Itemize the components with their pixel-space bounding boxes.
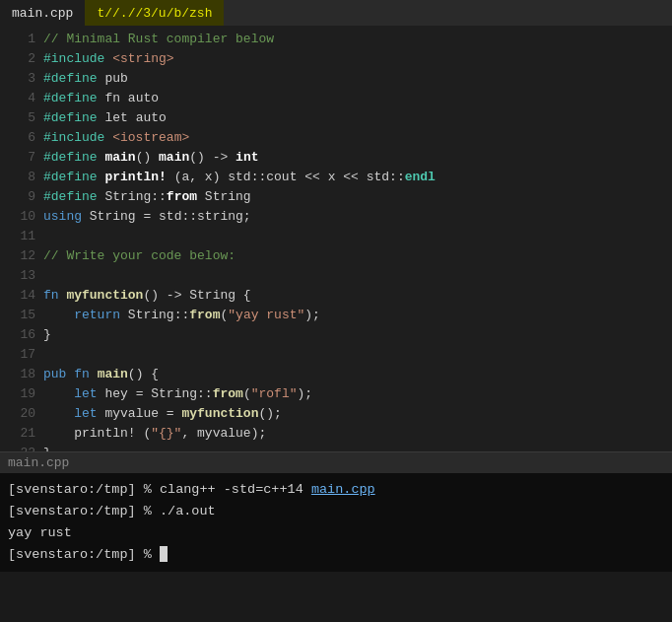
terminal-pane[interactable]: [svenstaro:/tmp] % clang++ -std=c++14 ma… [0,473,672,572]
line-number: 12 [8,246,35,266]
line-number: 5 [8,108,35,128]
tab-path-label: t//.//3/u/b/zsh [97,6,212,21]
terminal-line: [svenstaro:/tmp] % [8,544,664,566]
code-line: 12// Write your code below: [0,246,672,266]
line-number: 8 [8,168,35,187]
line-content: // Minimal Rust compiler below [43,30,274,49]
code-line: 8#define println! (a, x) std::cout << x … [0,168,672,187]
line-content: #define fn auto [43,89,159,108]
code-line: 4#define fn auto [0,89,672,108]
tab-bar: main.cpp t//.//3/u/b/zsh [0,0,672,26]
line-number: 22 [8,444,35,451]
code-line: 16} [0,325,672,345]
line-content: // Write your code below: [43,246,235,266]
code-line: 17 [0,345,672,365]
code-line: 3#define pub [0,69,672,89]
line-content: #include <iostream> [43,128,189,148]
code-line: 22} [0,444,672,451]
line-content: #include <string> [43,49,174,69]
line-number: 19 [8,384,35,404]
line-number: 9 [8,187,35,207]
line-content: let hey = String::from("rofl"); [43,384,312,404]
line-number: 18 [8,365,35,384]
terminal-line: [svenstaro:/tmp] % clang++ -std=c++14 ma… [8,479,664,501]
line-content: #define pub [43,69,128,89]
code-line: 2#include <string> [0,49,672,69]
code-line: 11 [0,227,672,246]
code-line: 18pub fn main() { [0,365,672,384]
line-content: let myvalue = myfunction(); [43,404,282,424]
line-content: #define String::from String [43,187,251,207]
line-number: 10 [8,207,35,227]
code-line: 21 println! ("{}", myvalue); [0,424,672,444]
status-filename: main.cpp [8,455,69,470]
line-number: 15 [8,306,35,325]
terminal-line: yay rust [8,522,664,544]
tab-file-label: main.cpp [12,6,73,21]
code-line: 7#define main() main() -> int [0,148,672,168]
tab-path[interactable]: t//.//3/u/b/zsh [85,0,224,26]
status-bar: main.cpp [0,451,672,473]
line-content: } [43,444,51,451]
code-line: 20 let myvalue = myfunction(); [0,404,672,424]
line-content: pub fn main() { [43,365,159,384]
line-number: 11 [8,227,35,246]
line-number: 7 [8,148,35,168]
terminal-line: [svenstaro:/tmp] % ./a.out [8,501,664,522]
line-number: 2 [8,49,35,69]
line-number: 13 [8,266,35,286]
code-line: 9#define String::from String [0,187,672,207]
line-number: 3 [8,69,35,89]
editor-pane: main.cpp t//.//3/u/b/zsh 1// Minimal Rus… [0,0,672,473]
code-line: 13 [0,266,672,286]
code-area[interactable]: 1// Minimal Rust compiler below2#include… [0,26,672,451]
code-line: 19 let hey = String::from("rofl"); [0,384,672,404]
line-content: } [43,325,51,345]
code-line: 15 return String::from("yay rust"); [0,306,672,325]
line-number: 1 [8,30,35,49]
line-number: 14 [8,286,35,306]
line-content: fn myfunction() -> String { [43,286,251,306]
line-number: 21 [8,424,35,444]
code-line: 14fn myfunction() -> String { [0,286,672,306]
terminal-cursor [160,546,168,562]
line-content: return String::from("yay rust"); [43,306,320,325]
tab-active[interactable]: main.cpp [0,0,85,26]
code-line: 6#include <iostream> [0,128,672,148]
code-line: 1// Minimal Rust compiler below [0,30,672,49]
line-number: 4 [8,89,35,108]
line-number: 17 [8,345,35,365]
line-number: 16 [8,325,35,345]
code-line: 5#define let auto [0,108,672,128]
line-number: 20 [8,404,35,424]
code-line: 10using String = std::string; [0,207,672,227]
line-content: #define let auto [43,108,167,128]
line-content: println! ("{}", myvalue); [43,424,266,444]
line-number: 6 [8,128,35,148]
line-content: #define main() main() -> int [43,148,258,168]
line-content: #define println! (a, x) std::cout << x <… [43,168,436,187]
line-content: using String = std::string; [43,207,251,227]
